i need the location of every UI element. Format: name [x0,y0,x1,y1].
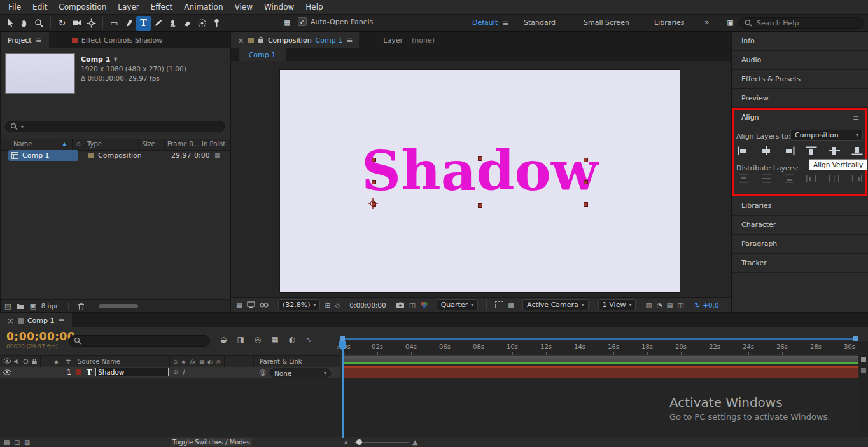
search-scope-dropdown-icon[interactable]: ▾ [21,124,24,130]
close-icon[interactable]: × [237,36,244,45]
timeline-button-icon[interactable]: ▤ [667,301,673,309]
comp-marker-bin-icon[interactable] [861,357,866,362]
timeline-panel-menu-icon[interactable]: ≡ [59,316,65,325]
column-type[interactable]: Type [87,141,102,148]
display-icon[interactable] [247,301,255,308]
frame-blending-icon[interactable]: ▦ [271,335,278,344]
view-layout-dropdown[interactable]: 1 View ▾ [598,299,636,310]
interpret-footage-icon[interactable]: ▤ [4,302,11,310]
close-icon[interactable]: × [7,316,14,326]
workspace-overflow-chevrons[interactable]: » [704,18,709,27]
reset-exposure-icon[interactable]: ↻ [694,301,700,309]
layer-visibility-eye-icon[interactable] [3,369,11,375]
workspace-panel-icon[interactable]: ▣ [723,15,738,30]
source-name-column[interactable]: Source Name [78,358,120,365]
transparency-grid-icon[interactable]: ▩ [508,301,514,309]
vertical-scrollbar-thumb[interactable] [861,368,866,373]
help-search-input[interactable] [755,18,847,28]
new-composition-icon[interactable]: ▣ [29,302,36,310]
anchor-point-icon[interactable] [368,198,378,209]
selection-handle[interactable] [478,156,482,161]
parent-link-column[interactable]: Parent & Link [260,358,302,365]
parent-dropdown[interactable]: None ▾ [269,368,332,378]
selection-handle[interactable] [372,180,376,184]
viewer-tab-comp1[interactable]: Comp 1 [239,48,286,61]
distribute-horizontal-center-button[interactable] [827,173,841,184]
timeline-search-box[interactable] [69,335,210,347]
toggle-switches-modes-button[interactable]: Toggle Switches / Modes [171,438,252,446]
menu-effect[interactable]: Effect [145,0,179,15]
time-navigator-bar[interactable] [340,338,858,340]
align-top-button[interactable] [804,145,818,156]
layer-quality-switch[interactable]: ⊙ [173,369,178,375]
home-workspace-icon[interactable]: ▦ [280,15,295,30]
puppet-pin-tool-icon[interactable] [209,16,224,31]
show-channels-icon[interactable] [420,301,428,308]
panel-info[interactable]: Info [732,32,868,51]
layer-duration-bar[interactable] [344,366,858,378]
comp-viewer[interactable]: Shadow [231,61,731,298]
horizontal-scrollbar[interactable] [99,304,138,308]
snapshot-camera-icon[interactable] [396,302,405,308]
layer-name-input[interactable] [96,368,169,376]
eraser-tool-icon[interactable] [180,16,195,31]
distribute-vertical-center-button[interactable] [759,173,773,184]
lock-icon[interactable] [258,36,264,44]
workspace-libraries[interactable]: Libraries [654,18,685,27]
workspace-menu-icon[interactable]: ≡ [502,18,508,27]
tab-project[interactable]: Project ≡ [1,32,49,48]
distribute-top-button[interactable] [736,173,750,184]
pen-tool-icon[interactable] [122,16,136,31]
color-depth-button[interactable]: 8 bpc [41,303,59,310]
project-row-comp1[interactable]: Comp 1 Composition 29.97 0;00 ▦ [1,150,230,162]
zoom-tool-icon[interactable] [32,16,46,31]
time-navigator-end-handle[interactable] [853,336,858,341]
clone-stamp-tool-icon[interactable] [165,16,180,31]
menu-composition[interactable]: Composition [53,0,112,15]
current-time-indicator-line[interactable] [342,341,344,438]
tab-composition[interactable]: × Composition Comp 1 ≡ [231,32,359,48]
work-area-bar[interactable] [344,355,858,362]
panel-tracker[interactable]: Tracker [732,254,868,273]
composition-mini-flowchart-icon[interactable]: ◒ [220,335,227,344]
comp-canvas[interactable]: Shadow [280,70,680,292]
panel-character[interactable]: Character [732,216,868,235]
brush-tool-icon[interactable] [151,16,165,31]
align-left-button[interactable] [736,145,750,156]
shape-tool-icon[interactable]: ▭ [107,16,122,31]
grid-guides-icon[interactable]: ⊞ [325,301,330,309]
menu-layer[interactable]: Layer [112,0,144,15]
draft-3d-icon[interactable]: ◨ [237,335,244,344]
panel-effects-presets[interactable]: Effects & Presets [732,70,868,89]
panel-audio[interactable]: Audio [732,51,868,70]
time-navigator-start-handle[interactable] [340,336,345,341]
camera-tool-icon[interactable] [69,16,84,31]
time-ruler[interactable]: :00s 02s 04s 06s 08s 10s 12s 14s 16s 18s… [340,341,859,354]
panel-preview[interactable]: Preview [732,89,868,108]
menu-animation[interactable]: Animation [178,0,228,15]
roto-brush-tool-icon[interactable] [195,16,209,31]
distribute-right-button[interactable] [850,173,864,184]
align-right-button[interactable] [782,145,796,156]
align-vertical-center-button[interactable] [827,145,841,156]
menu-file[interactable]: File [3,0,27,15]
exposure-value[interactable]: +0.0 [703,301,719,309]
panel-align-header[interactable]: Align ≡ [732,108,868,127]
project-search-box[interactable]: ▾ [5,121,225,132]
expand-transfer-controls-icon[interactable]: ◫ [14,439,20,446]
region-of-interest-icon[interactable] [495,301,503,308]
project-panel-menu-icon[interactable]: ≡ [36,36,42,45]
layer-name-field[interactable] [95,368,169,376]
flowchart-button-icon[interactable]: ◫ [677,301,683,309]
column-frame-rate[interactable]: Frame R... [167,141,199,148]
layer-quality-slash[interactable]: / [183,368,185,376]
distribute-left-button[interactable] [804,173,818,184]
help-search-box[interactable] [739,17,864,29]
align-target-dropdown[interactable]: Composition ▾ [790,130,863,141]
zoom-in-mountain-icon[interactable]: ▲ [412,438,417,446]
panel-paragraph[interactable]: Paragraph [732,235,868,254]
rotate-tool-icon[interactable]: ↻ [55,16,69,31]
pixel-aspect-icon[interactable]: ▥ [645,301,652,309]
align-panel-menu-icon[interactable]: ≡ [853,113,859,122]
magnification-dropdown[interactable]: (32.8%) ▾ [278,299,321,310]
